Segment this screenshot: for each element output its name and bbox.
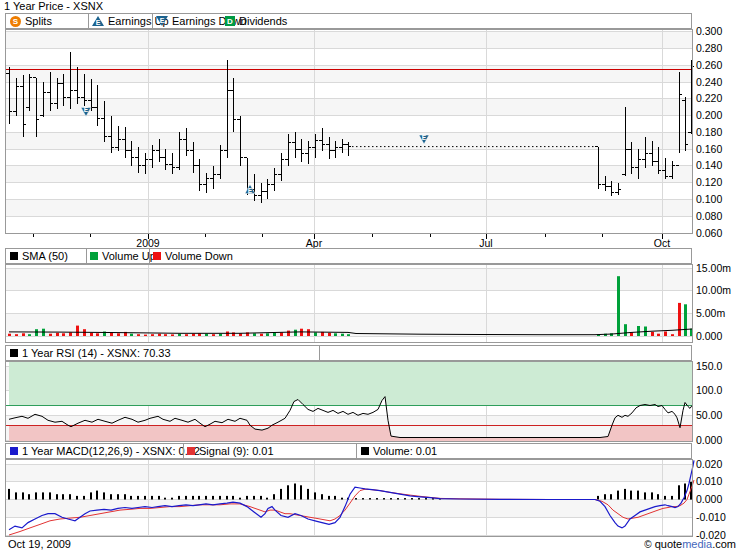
axis-tick-label: 0.260 — [696, 59, 722, 71]
axis-tick-label: 0.010 — [696, 475, 722, 487]
macd-volume-bar — [103, 492, 105, 499]
legend-item-dividends: D Dividends — [225, 14, 287, 28]
volume-bar — [212, 334, 215, 336]
volume-bar — [192, 334, 195, 336]
macd-legend: 1 Year MACD(12,26,9) - XSNX: 0.02 Signal… — [5, 443, 692, 459]
macd-volume-bar — [294, 484, 296, 500]
macd-volume-bar — [678, 485, 680, 499]
axis-tick-label: 0.220 — [696, 92, 722, 104]
axis-tick-label: 50.00 — [696, 409, 722, 421]
volume-bar — [96, 333, 99, 336]
macd-volume-bar — [404, 498, 406, 499]
macd-volume-bar — [158, 496, 160, 500]
macd-volume-bar — [637, 491, 639, 500]
axis-tick-label: 0.120 — [696, 176, 722, 188]
brand-media: media — [682, 538, 712, 550]
volume-bar — [637, 326, 640, 336]
volume-down-swatch — [153, 252, 161, 260]
macd-volume-bar — [22, 492, 24, 499]
macd-volume-bar — [226, 496, 228, 500]
volume-bar — [657, 334, 660, 336]
macd-volume-bar — [124, 494, 126, 499]
axis-tick-label: 0.200 — [696, 109, 722, 121]
volume-bar — [178, 334, 181, 336]
earnings-down-icon: E — [156, 16, 168, 26]
axis-tick-label: 0.180 — [696, 126, 722, 138]
volume-bar — [15, 334, 18, 336]
axis-tick-label: 0.240 — [696, 76, 722, 88]
charts-canvas: EEE2009AprJulOct0.3000.2800.2600.2400.22… — [0, 0, 740, 550]
axis-tick-label: 0.160 — [696, 143, 722, 155]
macd-volume-bar — [664, 496, 666, 500]
volume-bar — [273, 333, 276, 336]
legend-label-volume-down: Volume Down — [165, 250, 233, 262]
legend-label-signal: Signal (9): 0.01 — [199, 445, 274, 457]
axis-tick-label: 150.0 — [696, 360, 722, 372]
volume-bar — [287, 331, 290, 336]
volume-bar — [314, 332, 317, 336]
volume-bar — [171, 334, 174, 336]
volume-bar — [624, 324, 627, 336]
macd-volume-bar — [212, 496, 214, 500]
macd-volume-bar — [362, 498, 364, 499]
macd-volume-bar — [239, 498, 241, 500]
legend-separator — [152, 14, 153, 28]
macd-volume-bar — [137, 496, 139, 500]
macd-volume-bar — [411, 498, 413, 499]
legend-item-volume-up: Volume Up — [90, 249, 156, 263]
legend-label-rsi: 1 Year RSI (14) - XSNX: 70.33 — [22, 347, 171, 359]
earnings-down-marker-letter: E — [422, 134, 427, 141]
volume-legend: SMA (50) Volume Up Volume Down — [5, 248, 692, 264]
volume-bar — [76, 326, 79, 336]
legend-item-splits: S Splits — [10, 14, 52, 28]
macd-volume-bar — [671, 496, 673, 500]
volume-bar — [328, 333, 331, 336]
volume-bar — [117, 333, 120, 336]
copyright-icon: © — [644, 539, 651, 550]
volume-bar — [49, 334, 52, 336]
grid-band — [5, 32, 692, 49]
volume-bar — [28, 334, 31, 336]
volume-bar — [266, 333, 269, 336]
macd-volume-bar — [321, 494, 323, 499]
page-title: 1 Year Price - XSNX — [4, 0, 103, 13]
volume-bar — [164, 334, 167, 336]
volume-bar — [664, 332, 667, 337]
volume-bar — [90, 333, 93, 336]
macd-volume-bar — [28, 494, 30, 499]
legend-separator — [183, 444, 184, 458]
signal-swatch — [187, 447, 195, 455]
axis-tick-label: 0.060 — [696, 227, 722, 239]
macd-volume-bar — [341, 498, 343, 500]
macd-volume-bar — [178, 496, 180, 500]
macd-swatch — [10, 447, 18, 455]
volume-bar — [260, 334, 263, 336]
volume-bar — [137, 334, 140, 336]
volume-bar — [684, 304, 687, 336]
macd-volume-bar — [49, 492, 51, 499]
grid-band — [5, 65, 692, 82]
volume-bar — [158, 334, 161, 336]
volume-bar — [678, 303, 681, 336]
volume-bar — [22, 333, 25, 336]
volume-bar — [8, 334, 11, 336]
footer-date: Oct 19, 2009 — [8, 538, 71, 550]
volume-bar — [253, 333, 256, 336]
axis-tick-label: 15.00m — [696, 262, 731, 274]
quotemedia-brand[interactable]: © quotemedia.com — [644, 538, 736, 550]
macd-volume-bar — [376, 498, 378, 499]
legend-item-volume-down: Volume Down — [153, 249, 233, 263]
macd-volume-bar — [198, 496, 200, 500]
legend-separator — [88, 14, 89, 28]
macd-volume-bar — [144, 496, 146, 500]
macd-volume-bar — [383, 498, 385, 499]
macd-volume-bar — [604, 494, 606, 499]
volume-bar — [347, 334, 350, 336]
volume-bar — [219, 334, 222, 336]
macd-volume-bar — [35, 492, 37, 499]
rsi-swatch — [10, 349, 18, 357]
grid-band — [5, 166, 692, 183]
earnings-down-marker-letter: E — [84, 106, 89, 113]
macd-volume-bar — [205, 496, 207, 500]
dividends-icon: D — [225, 16, 235, 26]
